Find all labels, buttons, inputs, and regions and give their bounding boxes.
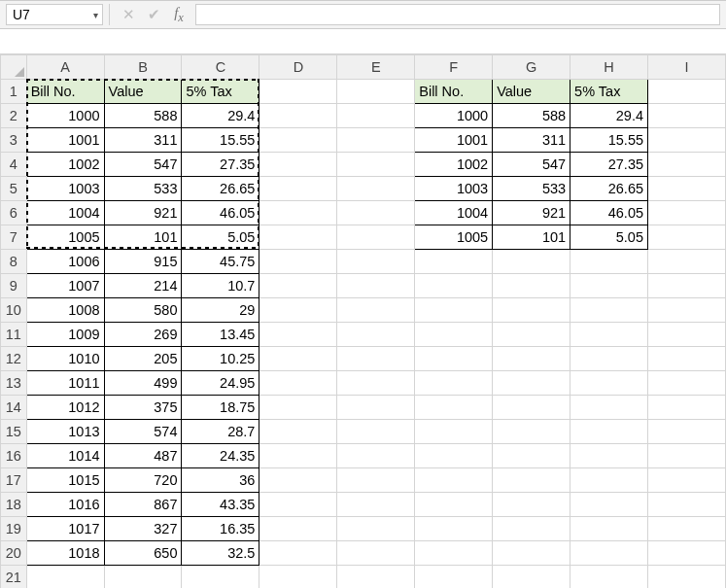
cell-F21[interactable] [415,566,493,589]
cell-C20[interactable]: 32.5 [182,541,259,566]
cell-B5[interactable]: 533 [104,177,182,201]
column-header-I[interactable]: I [648,55,726,80]
cell-G17[interactable] [493,468,570,493]
cell-H1[interactable]: 5% Tax [570,80,648,104]
cell-C7[interactable]: 5.05 [182,225,259,250]
cell-C6[interactable]: 46.05 [182,201,259,225]
cell-A20[interactable]: 1018 [26,541,104,566]
cell-A2[interactable]: 1000 [26,104,104,128]
cell-B3[interactable]: 311 [104,128,182,153]
cell-C11[interactable]: 13.45 [182,323,259,347]
cell-F7[interactable]: 1005 [415,225,493,250]
cell-D3[interactable] [259,128,337,153]
cell-I8[interactable] [648,250,726,274]
row-header-13[interactable]: 13 [1,371,27,396]
cell-I7[interactable] [648,225,726,250]
cell-E9[interactable] [337,274,415,298]
cell-H9[interactable] [570,274,648,298]
cell-B10[interactable]: 580 [104,298,182,323]
cell-B13[interactable]: 499 [104,371,182,396]
cell-I14[interactable] [648,396,726,420]
row-header-20[interactable]: 20 [1,541,27,566]
cell-G13[interactable] [493,371,570,396]
cell-A4[interactable]: 1002 [26,153,104,177]
cell-G2[interactable]: 588 [493,104,570,128]
row-header-7[interactable]: 7 [1,225,27,250]
cell-G15[interactable] [493,420,570,444]
cell-D19[interactable] [259,517,337,541]
cell-B6[interactable]: 921 [104,201,182,225]
cell-B16[interactable]: 487 [104,444,182,468]
cell-C19[interactable]: 16.35 [182,517,259,541]
cell-C16[interactable]: 24.35 [182,444,259,468]
cell-C12[interactable]: 10.25 [182,347,259,371]
cell-H3[interactable]: 15.55 [570,128,648,153]
cell-G4[interactable]: 547 [493,153,570,177]
cell-A5[interactable]: 1003 [26,177,104,201]
cell-H19[interactable] [570,517,648,541]
cell-G3[interactable]: 311 [493,128,570,153]
cell-C1[interactable]: 5% Tax [182,80,259,104]
cell-E18[interactable] [337,493,415,517]
cell-B18[interactable]: 867 [104,493,182,517]
cell-E3[interactable] [337,128,415,153]
cell-I6[interactable] [648,201,726,225]
cell-D12[interactable] [259,347,337,371]
row-header-6[interactable]: 6 [1,201,27,225]
cell-F4[interactable]: 1002 [415,153,493,177]
cell-I18[interactable] [648,493,726,517]
cell-F15[interactable] [415,420,493,444]
row-header-17[interactable]: 17 [1,468,27,493]
cell-F3[interactable]: 1001 [415,128,493,153]
cell-A19[interactable]: 1017 [26,517,104,541]
cell-C8[interactable]: 45.75 [182,250,259,274]
cell-E12[interactable] [337,347,415,371]
cancel-icon[interactable]: ✕ [116,4,141,25]
cell-I2[interactable] [648,104,726,128]
row-header-21[interactable]: 21 [1,566,27,589]
row-header-5[interactable]: 5 [1,177,27,201]
row-header-10[interactable]: 10 [1,298,27,323]
column-header-C[interactable]: C [182,55,259,80]
cell-F5[interactable]: 1003 [415,177,493,201]
cell-D10[interactable] [259,298,337,323]
cell-B1[interactable]: Value [104,80,182,104]
cell-B2[interactable]: 588 [104,104,182,128]
cell-D21[interactable] [259,566,337,589]
cell-E1[interactable] [337,80,415,104]
cell-H2[interactable]: 29.4 [570,104,648,128]
cell-I19[interactable] [648,517,726,541]
cell-H12[interactable] [570,347,648,371]
cell-B15[interactable]: 574 [104,420,182,444]
cell-C14[interactable]: 18.75 [182,396,259,420]
cell-H11[interactable] [570,323,648,347]
cell-B20[interactable]: 650 [104,541,182,566]
row-header-2[interactable]: 2 [1,104,27,128]
cell-D15[interactable] [259,420,337,444]
row-header-16[interactable]: 16 [1,444,27,468]
cell-F19[interactable] [415,517,493,541]
cell-C18[interactable]: 43.35 [182,493,259,517]
cell-D4[interactable] [259,153,337,177]
cell-E20[interactable] [337,541,415,566]
fx-icon[interactable]: fx [166,4,191,25]
cell-G7[interactable]: 101 [493,225,570,250]
cell-D1[interactable] [259,80,337,104]
cell-F2[interactable]: 1000 [415,104,493,128]
cell-D8[interactable] [259,250,337,274]
cell-D2[interactable] [259,104,337,128]
cell-E11[interactable] [337,323,415,347]
cell-E8[interactable] [337,250,415,274]
cell-H16[interactable] [570,444,648,468]
cell-G9[interactable] [493,274,570,298]
row-header-9[interactable]: 9 [1,274,27,298]
cell-E10[interactable] [337,298,415,323]
cell-A15[interactable]: 1013 [26,420,104,444]
cell-A6[interactable]: 1004 [26,201,104,225]
row-header-4[interactable]: 4 [1,153,27,177]
cell-H7[interactable]: 5.05 [570,225,648,250]
cell-I20[interactable] [648,541,726,566]
cell-I16[interactable] [648,444,726,468]
cell-G5[interactable]: 533 [493,177,570,201]
cell-A11[interactable]: 1009 [26,323,104,347]
